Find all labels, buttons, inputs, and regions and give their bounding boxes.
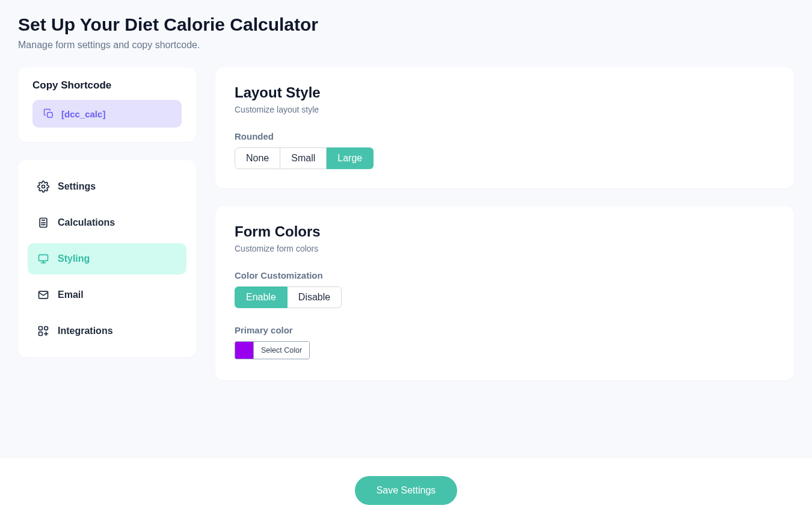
nav-label: Styling [58,253,90,264]
page-subtitle: Manage form settings and copy shortcode. [18,40,794,51]
svg-point-1 [42,185,45,188]
main-content: Layout Style Customize layout style Roun… [215,67,794,398]
shortcode-copy[interactable]: [dcc_calc] [32,100,182,128]
svg-rect-15 [45,327,48,330]
primary-color-label: Primary color [235,325,775,335]
layout-style-section: Layout Style Customize layout style Roun… [215,67,794,188]
sidebar: Copy Shortcode [dcc_calc] [18,67,196,398]
svg-point-8 [43,224,44,225]
section-title: Layout Style [235,84,775,101]
color-customization-segmented: Enable Disable [235,286,342,308]
svg-point-5 [43,223,44,223]
shortcode-value: [dcc_calc] [61,109,105,119]
svg-point-6 [45,223,45,223]
nav-item-calculations[interactable]: Calculations [28,207,186,238]
svg-point-9 [45,224,45,225]
svg-rect-0 [48,113,52,117]
footer: Save Settings [0,457,812,523]
nav-label: Calculations [58,217,115,228]
calculator-icon [37,217,49,229]
svg-rect-16 [39,332,43,336]
nav-label: Settings [58,181,96,192]
nav-item-settings[interactable]: Settings [28,171,186,202]
color-customization-label: Color Customization [235,270,775,280]
form-colors-section: Form Colors Customize form colors Color … [215,206,794,380]
section-subtitle: Customize layout style [235,105,775,114]
monitor-icon [37,253,49,265]
nav-item-email[interactable]: Email [28,279,186,311]
rounded-option-large[interactable]: Large [327,147,374,169]
select-color-button[interactable]: Select Color [253,342,309,359]
section-subtitle: Customize form colors [235,244,775,253]
section-title: Form Colors [235,223,775,240]
gear-icon [37,181,49,193]
nav-item-integrations[interactable]: Integrations [28,315,186,347]
svg-rect-14 [39,327,43,330]
nav-card: Settings Calculations [18,160,196,357]
save-settings-button[interactable]: Save Settings [355,476,458,505]
shortcode-title: Copy Shortcode [32,79,182,91]
svg-point-7 [42,224,42,225]
rounded-option-small[interactable]: Small [280,147,327,169]
nav-item-styling[interactable]: Styling [28,243,186,274]
copy-icon [43,108,54,119]
rounded-label: Rounded [235,131,775,141]
grid-plus-icon [37,325,49,337]
shortcode-card: Copy Shortcode [dcc_calc] [18,67,196,142]
primary-color-picker[interactable]: Select Color [235,341,310,359]
nav-label: Integrations [58,326,113,336]
color-option-disable[interactable]: Disable [288,286,342,308]
svg-rect-10 [39,255,48,261]
svg-point-4 [42,223,42,223]
color-option-enable[interactable]: Enable [235,286,288,308]
rounded-option-none[interactable]: None [235,147,280,169]
mail-icon [37,289,49,301]
page-title: Set Up Your Diet Calorie Calculator [18,14,794,35]
nav-label: Email [58,289,84,300]
color-swatch [235,342,253,359]
rounded-segmented: None Small Large [235,147,374,169]
